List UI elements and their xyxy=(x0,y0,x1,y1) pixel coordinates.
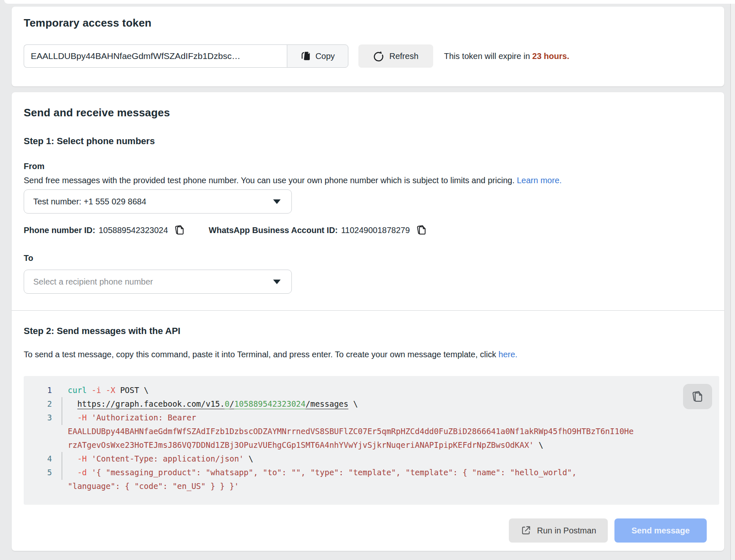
code-line-1: 1curl -i -X POST \ xyxy=(24,383,719,397)
external-link-icon xyxy=(520,525,531,536)
code-text: EAALLDUBpy44BAHNfaeGdmfWfSZAdIFzb1DzbscO… xyxy=(62,425,634,438)
code-line-8: "language": { "code": "en_US" } } }' xyxy=(24,479,719,493)
wrap-indicator xyxy=(52,466,62,479)
token-expiry-hours: 23 hours. xyxy=(532,52,569,61)
line-number: 5 xyxy=(24,466,52,479)
access-token-input[interactable] xyxy=(24,44,287,68)
copy-icon xyxy=(174,224,185,236)
code-line-4: EAALLDUBpy44BAHNfaeGdmfWfSZAdIFzb1DzbscO… xyxy=(24,425,719,438)
refresh-icon xyxy=(373,51,384,62)
code-line-2: 2 https://graph.facebook.com/v15.0/10588… xyxy=(24,397,719,411)
from-number-selected-value: Test number: +1 555 029 8684 xyxy=(33,197,146,206)
step2-heading: Step 2: Send messages with the API xyxy=(24,326,712,336)
wrap-indicator xyxy=(52,397,62,411)
messages-card-title: Send and receive messages xyxy=(24,106,712,119)
run-in-postman-label: Run in Postman xyxy=(537,526,596,535)
waba-id-value: 110249001878279 xyxy=(341,226,409,235)
line-number xyxy=(24,438,52,452)
code-text: https://graph.facebook.com/v15.0/1058895… xyxy=(62,397,358,411)
wrap-indicator xyxy=(52,383,62,397)
code-rows: 1curl -i -X POST \2 https://graph.facebo… xyxy=(24,383,719,493)
wrap-indicator xyxy=(52,479,62,493)
copy-icon xyxy=(416,224,427,236)
code-line-5: rzATgevOsWxe23HoTEJmsJ86VQ7DDNd1ZBj3OPuz… xyxy=(24,438,719,452)
code-text: curl -i -X POST \ xyxy=(62,383,149,397)
phone-number-id-group: Phone number ID: 105889542323024 xyxy=(24,224,185,236)
previous-card-bottom-edge xyxy=(4,0,735,4)
wrap-indicator xyxy=(52,452,62,466)
copy-waba-id-button[interactable] xyxy=(416,224,427,236)
here-link[interactable]: here. xyxy=(498,350,518,359)
wrap-indicator xyxy=(52,438,62,452)
phone-number-id-label: Phone number ID: xyxy=(24,226,95,235)
line-number xyxy=(24,425,52,438)
send-message-button[interactable]: Send message xyxy=(614,518,707,543)
code-line-7: 5 -d '{ "messaging_product": "whatsapp",… xyxy=(24,466,719,479)
copy-token-button[interactable]: Copy xyxy=(287,44,348,68)
to-label: To xyxy=(24,253,712,263)
copy-icon xyxy=(301,51,311,61)
refresh-label: Refresh xyxy=(389,52,418,61)
code-line-6: 4 -H 'Content-Type: application/json' \ xyxy=(24,452,719,466)
code-text: -H 'Content-Type: application/json' \ xyxy=(62,452,253,466)
run-in-postman-button[interactable]: Run in Postman xyxy=(509,518,608,543)
from-help-text: Send free messages with the provided tes… xyxy=(24,174,712,186)
line-number: 4 xyxy=(24,452,52,466)
temporary-access-token-card: Temporary access token Copy xyxy=(12,7,724,86)
from-label: From xyxy=(24,162,712,171)
code-text: rzATgevOsWxe23HoTEJmsJ86VQ7DDNd1ZBj3OPuz… xyxy=(62,438,543,452)
copy-phone-id-button[interactable] xyxy=(174,224,185,236)
waba-id-group: WhatsApp Business Account ID: 1102490018… xyxy=(209,224,427,236)
refresh-token-button[interactable]: Refresh xyxy=(358,44,433,68)
to-number-placeholder: Select a recipient phone number xyxy=(33,277,153,287)
code-line-3: 3 -H 'Authorization: Bearer xyxy=(24,411,719,425)
section-divider xyxy=(12,310,724,311)
line-number xyxy=(24,479,52,493)
code-text: "language": { "code": "en_US" } } }' xyxy=(62,479,239,493)
scrollbar-track[interactable] xyxy=(730,4,735,560)
code-text: -d '{ "messaging_product": "whatsapp", "… xyxy=(62,466,577,479)
learn-more-link[interactable]: Learn more. xyxy=(517,176,562,185)
copy-label: Copy xyxy=(316,52,335,61)
footer-actions: Run in Postman Send message xyxy=(12,518,707,543)
copy-icon xyxy=(691,390,704,403)
code-text: -H 'Authorization: Bearer xyxy=(62,411,196,425)
token-input-group: Copy xyxy=(24,44,348,68)
curl-code-block: 1curl -i -X POST \2 https://graph.facebo… xyxy=(24,376,719,505)
waba-id-label: WhatsApp Business Account ID: xyxy=(209,226,338,235)
to-number-select[interactable]: Select a recipient phone number xyxy=(24,270,292,294)
from-number-select[interactable]: Test number: +1 555 029 8684 xyxy=(24,189,292,214)
token-row: Copy Refresh This token will expire in 2… xyxy=(24,44,712,68)
wrap-indicator xyxy=(52,425,62,438)
send-receive-messages-card: Send and receive messages Step 1: Select… xyxy=(12,92,724,551)
wrap-indicator xyxy=(52,411,62,425)
token-card-title: Temporary access token xyxy=(24,17,712,29)
chevron-down-icon xyxy=(273,199,281,204)
phone-id-row: Phone number ID: 105889542323024 WhatsAp… xyxy=(24,224,712,236)
token-expiry-text: This token will expire in 23 hours. xyxy=(444,52,569,61)
line-number: 3 xyxy=(24,411,52,425)
copy-code-button[interactable] xyxy=(683,384,712,409)
line-number: 1 xyxy=(24,383,52,397)
step2-help-text: To send a test message, copy this comman… xyxy=(24,350,712,359)
chevron-down-icon xyxy=(273,280,281,284)
phone-number-id-value: 105889542323024 xyxy=(99,226,168,235)
step1-heading: Step 1: Select phone numbers xyxy=(24,136,712,147)
line-number: 2 xyxy=(24,397,52,411)
